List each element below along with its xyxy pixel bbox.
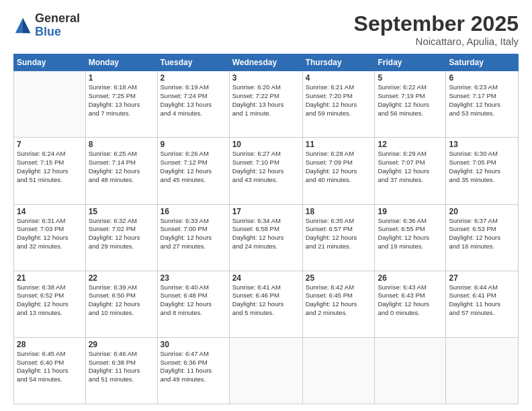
day-info: Sunrise: 6:25 AMSunset: 7:14 PMDaylight:… [89,150,154,184]
day-info: Sunrise: 6:20 AMSunset: 7:22 PMDaylight:… [232,83,300,118]
svg-marker-1 [23,18,30,33]
day-number: 4 [306,73,372,83]
day-info: Sunrise: 6:18 AMSunset: 7:25 PMDaylight:… [89,83,154,118]
day-number: 7 [17,140,83,149]
location-title: Noicattaro, Apulia, Italy [354,36,519,47]
calendar-cell: 21Sunrise: 6:38 AMSunset: 6:52 PMDayligh… [14,271,86,337]
day-info: Sunrise: 6:36 AMSunset: 6:55 PMDaylight:… [378,217,443,251]
day-info: Sunrise: 6:34 AMSunset: 6:58 PMDaylight:… [232,217,300,251]
week-row-2: 14Sunrise: 6:31 AMSunset: 7:03 PMDayligh… [14,204,519,271]
day-number: 30 [161,340,226,349]
day-number: 18 [306,207,372,216]
day-info: Sunrise: 6:19 AMSunset: 7:24 PMDaylight:… [161,83,226,118]
calendar-cell: 19Sunrise: 6:36 AMSunset: 6:55 PMDayligh… [375,204,446,271]
calendar-cell: 13Sunrise: 6:30 AMSunset: 7:05 PMDayligh… [446,138,519,204]
day-info: Sunrise: 6:21 AMSunset: 7:20 PMDaylight:… [306,83,372,118]
week-row-3: 21Sunrise: 6:38 AMSunset: 6:52 PMDayligh… [14,271,519,337]
calendar-cell: 29Sunrise: 6:46 AMSunset: 6:38 PMDayligh… [85,337,157,404]
calendar-cell: 16Sunrise: 6:33 AMSunset: 7:00 PMDayligh… [157,204,229,271]
day-number: 20 [449,207,515,216]
calendar-cell: 1Sunrise: 6:18 AMSunset: 7:25 PMDaylight… [85,71,157,138]
calendar-cell: 7Sunrise: 6:24 AMSunset: 7:15 PMDaylight… [14,138,86,204]
day-info: Sunrise: 6:42 AMSunset: 6:45 PMDaylight:… [306,283,372,318]
day-number: 6 [449,73,515,83]
day-number: 10 [232,140,300,149]
day-info: Sunrise: 6:33 AMSunset: 7:00 PMDaylight:… [161,217,226,251]
day-number: 22 [89,273,154,283]
calendar-cell: 10Sunrise: 6:27 AMSunset: 7:10 PMDayligh… [229,138,302,204]
calendar-cell: 4Sunrise: 6:21 AMSunset: 7:20 PMDaylight… [302,71,375,138]
day-number: 24 [232,273,300,283]
calendar-cell: 14Sunrise: 6:31 AMSunset: 7:03 PMDayligh… [14,204,86,271]
day-info: Sunrise: 6:30 AMSunset: 7:05 PMDaylight:… [449,150,515,184]
day-info: Sunrise: 6:37 AMSunset: 6:53 PMDaylight:… [449,217,515,251]
calendar-cell: 26Sunrise: 6:43 AMSunset: 6:43 PMDayligh… [375,271,446,337]
header: General Blue September 2025 Noicattaro, … [13,12,519,47]
day-number: 29 [89,340,154,349]
weekday-header-saturday: Saturday [446,54,519,71]
week-row-1: 7Sunrise: 6:24 AMSunset: 7:15 PMDaylight… [14,138,519,204]
calendar: SundayMondayTuesdayWednesdayThursdayFrid… [13,54,519,404]
week-row-0: 1Sunrise: 6:18 AMSunset: 7:25 PMDaylight… [14,71,519,138]
day-number: 17 [232,207,300,216]
day-number: 16 [161,207,226,216]
calendar-cell: 3Sunrise: 6:20 AMSunset: 7:22 PMDaylight… [229,71,302,138]
calendar-cell: 28Sunrise: 6:45 AMSunset: 6:40 PMDayligh… [14,337,86,404]
day-number: 13 [449,140,515,149]
day-info: Sunrise: 6:22 AMSunset: 7:19 PMDaylight:… [378,83,443,118]
day-number: 1 [89,73,154,83]
day-info: Sunrise: 6:44 AMSunset: 6:41 PMDaylight:… [449,283,515,318]
day-number: 15 [89,207,154,216]
calendar-cell: 6Sunrise: 6:23 AMSunset: 7:17 PMDaylight… [446,71,519,138]
day-info: Sunrise: 6:31 AMSunset: 7:03 PMDaylight:… [17,217,83,251]
day-number: 3 [232,73,300,83]
day-number: 19 [378,207,443,216]
day-number: 8 [89,140,154,149]
day-info: Sunrise: 6:39 AMSunset: 6:50 PMDaylight:… [89,283,154,318]
weekday-header-row: SundayMondayTuesdayWednesdayThursdayFrid… [14,54,519,71]
calendar-cell: 17Sunrise: 6:34 AMSunset: 6:58 PMDayligh… [229,204,302,271]
day-number: 27 [449,273,515,283]
day-number: 28 [17,340,83,349]
day-info: Sunrise: 6:45 AMSunset: 6:40 PMDaylight:… [17,350,83,384]
day-info: Sunrise: 6:23 AMSunset: 7:17 PMDaylight:… [449,83,515,118]
weekday-header-friday: Friday [375,54,446,71]
day-number: 14 [17,207,83,216]
day-info: Sunrise: 6:38 AMSunset: 6:52 PMDaylight:… [17,283,83,318]
calendar-cell [375,337,446,404]
weekday-header-thursday: Thursday [302,54,375,71]
weekday-header-wednesday: Wednesday [229,54,302,71]
day-info: Sunrise: 6:32 AMSunset: 7:02 PMDaylight:… [89,217,154,251]
calendar-cell: 22Sunrise: 6:39 AMSunset: 6:50 PMDayligh… [85,271,157,337]
day-number: 5 [378,73,443,83]
calendar-cell [446,337,519,404]
day-info: Sunrise: 6:47 AMSunset: 6:36 PMDaylight:… [161,350,226,384]
day-info: Sunrise: 6:28 AMSunset: 7:09 PMDaylight:… [306,150,372,184]
weekday-header-tuesday: Tuesday [157,54,229,71]
day-info: Sunrise: 6:35 AMSunset: 6:57 PMDaylight:… [306,217,372,251]
calendar-cell: 5Sunrise: 6:22 AMSunset: 7:19 PMDaylight… [375,71,446,138]
calendar-cell: 2Sunrise: 6:19 AMSunset: 7:24 PMDaylight… [157,71,229,138]
day-number: 23 [161,273,226,283]
calendar-cell: 25Sunrise: 6:42 AMSunset: 6:45 PMDayligh… [302,271,375,337]
calendar-cell: 18Sunrise: 6:35 AMSunset: 6:57 PMDayligh… [302,204,375,271]
calendar-cell: 12Sunrise: 6:29 AMSunset: 7:07 PMDayligh… [375,138,446,204]
week-row-4: 28Sunrise: 6:45 AMSunset: 6:40 PMDayligh… [14,337,519,404]
calendar-cell: 11Sunrise: 6:28 AMSunset: 7:09 PMDayligh… [302,138,375,204]
day-number: 21 [17,273,83,283]
calendar-cell: 15Sunrise: 6:32 AMSunset: 7:02 PMDayligh… [85,204,157,271]
day-info: Sunrise: 6:26 AMSunset: 7:12 PMDaylight:… [161,150,226,184]
day-info: Sunrise: 6:24 AMSunset: 7:15 PMDaylight:… [17,150,83,184]
day-info: Sunrise: 6:29 AMSunset: 7:07 PMDaylight:… [378,150,443,184]
day-info: Sunrise: 6:46 AMSunset: 6:38 PMDaylight:… [89,350,154,384]
calendar-cell: 30Sunrise: 6:47 AMSunset: 6:36 PMDayligh… [157,337,229,404]
weekday-header-sunday: Sunday [14,54,86,71]
title-block: September 2025 Noicattaro, Apulia, Italy [354,12,519,47]
month-title: September 2025 [354,12,519,36]
day-number: 25 [306,273,372,283]
day-info: Sunrise: 6:43 AMSunset: 6:43 PMDaylight:… [378,283,443,318]
logo-icon [13,16,32,35]
calendar-cell [302,337,375,404]
logo: General Blue [13,12,80,39]
day-number: 12 [378,140,443,149]
